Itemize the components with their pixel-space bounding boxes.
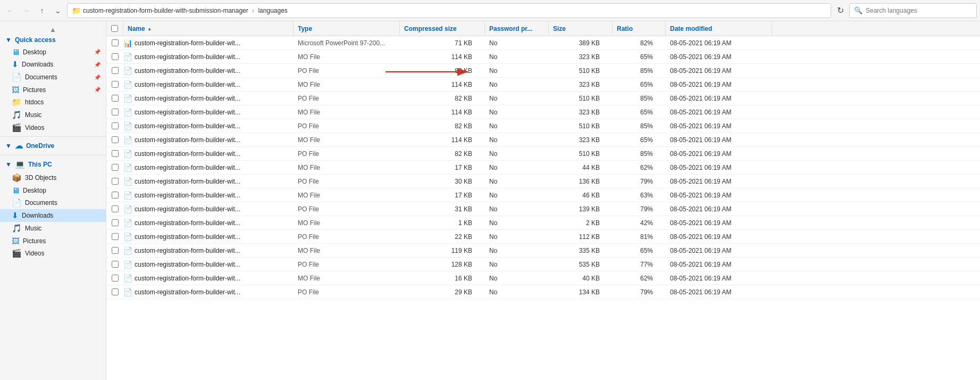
sidebar-section-onedrive[interactable]: ▼ ☁ OneDrive: [0, 139, 106, 153]
col-header-password[interactable]: Password pr...: [485, 21, 549, 36]
up-button[interactable]: ↑: [35, 4, 49, 18]
table-row[interactable]: 📄custom-registration-form-builder-wit...…: [106, 202, 980, 216]
col-header-type[interactable]: Type: [294, 21, 400, 36]
select-all-checkbox[interactable]: [111, 25, 118, 32]
sidebar-item-label: Desktop: [23, 187, 46, 194]
row-checkbox-cell[interactable]: [106, 53, 123, 60]
music-icon: 🎵: [12, 110, 22, 120]
sidebar-item-videos[interactable]: 🎬 Videos: [0, 121, 106, 134]
col-header-ratio[interactable]: Ratio: [613, 21, 666, 36]
check-all[interactable]: [106, 21, 123, 36]
table-row[interactable]: 📄custom-registration-form-builder-wit...…: [106, 258, 980, 271]
table-row[interactable]: 📄custom-registration-form-builder-wit...…: [106, 50, 980, 64]
row-checkbox-cell[interactable]: [106, 261, 123, 268]
col-header-compressed[interactable]: Compressed size: [400, 21, 485, 36]
row-checkbox[interactable]: [112, 247, 119, 254]
row-checkbox-cell[interactable]: [106, 109, 123, 115]
row-checkbox[interactable]: [112, 192, 119, 199]
row-checkbox[interactable]: [112, 164, 119, 171]
table-row[interactable]: 📄custom-registration-form-builder-wit...…: [106, 230, 980, 244]
table-row[interactable]: 📄custom-registration-form-builder-wit...…: [106, 175, 980, 188]
col-header-size[interactable]: Size: [549, 21, 613, 36]
col-header-name[interactable]: Name ▲: [123, 21, 294, 36]
sidebar-section-thispc[interactable]: ▼ 💻 This PC: [0, 158, 106, 171]
table-row[interactable]: 📄custom-registration-form-builder-wit...…: [106, 188, 980, 202]
sidebar-item-desktop[interactable]: 🖥 Desktop 📌: [0, 46, 106, 58]
row-checkbox-cell[interactable]: [106, 136, 123, 143]
sidebar-item-videos2[interactable]: 🎬 Videos: [0, 247, 106, 260]
sidebar-item-documents[interactable]: 📄 Documents 📌: [0, 71, 106, 84]
row-checkbox[interactable]: [112, 53, 119, 60]
sidebar-item-htdocs[interactable]: 📁 htdocs: [0, 96, 106, 109]
row-checkbox[interactable]: [112, 261, 119, 268]
sidebar-item-desktop2[interactable]: 🖥 Desktop: [0, 184, 106, 196]
search-input[interactable]: [866, 7, 972, 14]
sidebar-item-pictures[interactable]: 🖼 Pictures 📌: [0, 84, 106, 96]
row-checkbox-cell[interactable]: [106, 95, 123, 102]
row-checkbox-cell[interactable]: [106, 67, 123, 74]
row-checkbox-cell[interactable]: [106, 164, 123, 171]
table-row[interactable]: 📄custom-registration-form-builder-wit...…: [106, 105, 980, 119]
row-checkbox[interactable]: [112, 136, 119, 143]
table-row[interactable]: 📊custom-registration-form-builder-wit...…: [106, 36, 980, 50]
sidebar-item-music[interactable]: 🎵 Music: [0, 109, 106, 121]
row-checkbox-cell[interactable]: [106, 233, 123, 240]
table-row[interactable]: 📄custom-registration-form-builder-wit...…: [106, 147, 980, 161]
table-row[interactable]: 📄custom-registration-form-builder-wit...…: [106, 133, 980, 147]
sidebar-item-downloads[interactable]: ⬇ Downloads 📌: [0, 58, 106, 71]
row-checkbox-cell[interactable]: [106, 192, 123, 199]
row-checkbox-cell[interactable]: [106, 275, 123, 282]
table-row[interactable]: 📄custom-registration-form-builder-wit...…: [106, 285, 980, 299]
table-row[interactable]: 📄custom-registration-form-builder-wit...…: [106, 119, 980, 133]
col-header-date[interactable]: Date modified: [666, 21, 772, 36]
row-checkbox[interactable]: [112, 233, 119, 240]
table-row[interactable]: 📄custom-registration-form-builder-wit...…: [106, 244, 980, 258]
file-icon: 📄: [123, 260, 132, 269]
row-checkbox[interactable]: [112, 205, 119, 212]
row-password: No: [485, 164, 549, 171]
table-row[interactable]: 📄custom-registration-form-builder-wit...…: [106, 216, 980, 230]
row-checkbox-cell[interactable]: [106, 81, 123, 88]
address-bar[interactable]: 📁 custom-registration-form-builder-with-…: [67, 3, 831, 18]
row-checkbox[interactable]: [112, 81, 119, 88]
sidebar-scroll-up[interactable]: ▲: [0, 24, 106, 34]
row-checkbox[interactable]: [112, 67, 119, 74]
row-checkbox-cell[interactable]: [106, 219, 123, 226]
row-ratio: 63%: [613, 192, 666, 199]
row-checkbox-cell[interactable]: [106, 205, 123, 212]
row-checkbox-cell[interactable]: [106, 288, 123, 295]
table-row[interactable]: 📄custom-registration-form-builder-wit...…: [106, 78, 980, 92]
row-checkbox-cell[interactable]: [106, 247, 123, 254]
row-checkbox-cell[interactable]: [106, 122, 123, 129]
sidebar-item-pictures2[interactable]: 🖼 Pictures: [0, 235, 106, 247]
sidebar-item-downloads2[interactable]: ⬇ Downloads: [0, 209, 106, 222]
row-checkbox[interactable]: [112, 122, 119, 129]
search-bar[interactable]: 🔍: [849, 3, 977, 18]
sidebar-item-3dobjects[interactable]: 📦 3D Objects: [0, 171, 106, 184]
forward-button[interactable]: →: [19, 4, 33, 18]
row-checkbox[interactable]: [112, 288, 119, 295]
table-row[interactable]: 📄custom-registration-form-builder-wit...…: [106, 271, 980, 285]
sidebar-item-documents2[interactable]: 📄 Documents: [0, 196, 106, 209]
row-checkbox-cell[interactable]: [106, 150, 123, 157]
back-button[interactable]: ←: [3, 4, 17, 18]
row-checkbox[interactable]: [112, 95, 119, 102]
sidebar-section-quick-access[interactable]: ▼ Quick access: [0, 34, 106, 46]
row-ratio: 42%: [613, 219, 666, 227]
row-checkbox[interactable]: [112, 150, 119, 157]
row-checkbox[interactable]: [112, 39, 119, 46]
row-name: 📄custom-registration-form-builder-wit...: [123, 205, 294, 213]
file-icon: 📄: [123, 67, 132, 75]
sidebar-item-music2[interactable]: 🎵 Music: [0, 222, 106, 235]
table-row[interactable]: 📄custom-registration-form-builder-wit...…: [106, 161, 980, 175]
table-row[interactable]: 📄custom-registration-form-builder-wit...…: [106, 64, 980, 78]
row-checkbox[interactable]: [112, 275, 119, 282]
row-checkbox-cell[interactable]: [106, 178, 123, 185]
row-checkbox[interactable]: [112, 178, 119, 185]
row-checkbox-cell[interactable]: [106, 39, 123, 46]
recent-button[interactable]: ⌄: [51, 4, 65, 18]
row-checkbox[interactable]: [112, 219, 119, 226]
refresh-button[interactable]: ↻: [833, 4, 847, 18]
row-checkbox[interactable]: [112, 109, 119, 115]
table-row[interactable]: 📄custom-registration-form-builder-wit...…: [106, 92, 980, 105]
